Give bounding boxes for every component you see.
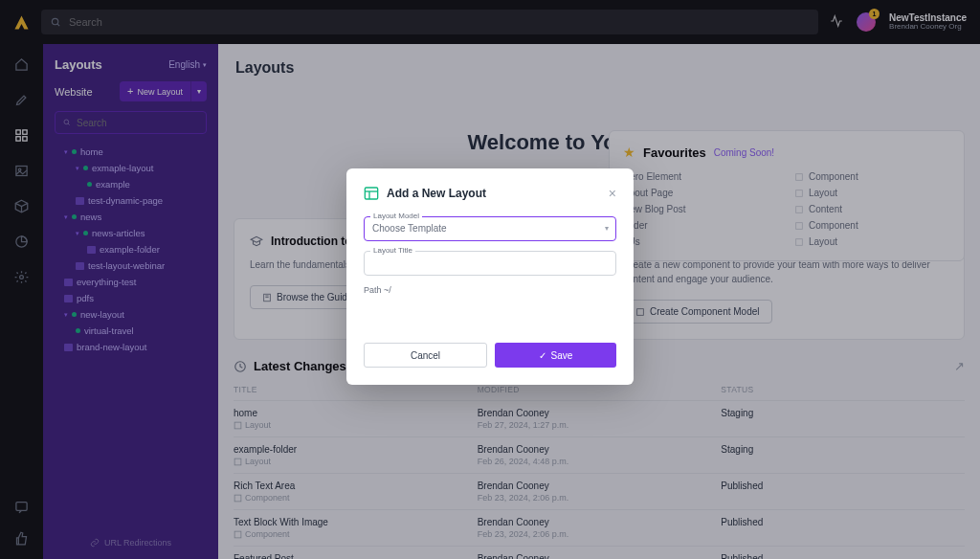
modal-title: Add a New Layout bbox=[387, 187, 486, 200]
modal-backdrop[interactable]: Add a New Layout × Layout Model Choose T… bbox=[0, 0, 980, 559]
path-display: Path ~/ bbox=[364, 285, 616, 295]
layout-title-field[interactable]: Layout Title bbox=[364, 251, 616, 276]
add-layout-modal: Add a New Layout × Layout Model Choose T… bbox=[346, 168, 634, 385]
layout-icon bbox=[364, 186, 379, 201]
svg-rect-32 bbox=[365, 188, 377, 199]
layout-model-field[interactable]: Layout Model Choose Template ▾ bbox=[364, 216, 616, 241]
save-button[interactable]: Save bbox=[495, 343, 616, 368]
close-icon[interactable]: × bbox=[609, 186, 616, 201]
cancel-button[interactable]: Cancel bbox=[364, 343, 487, 368]
